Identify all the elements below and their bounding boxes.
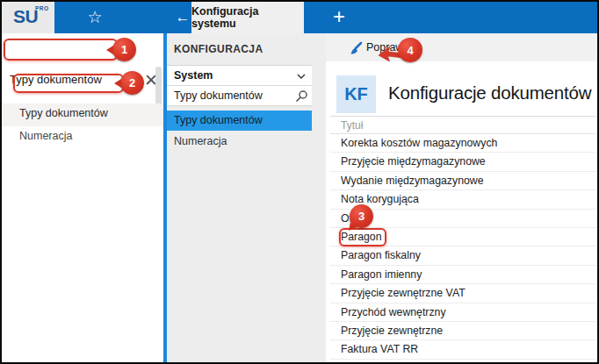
logo-text: SU <box>13 6 38 27</box>
edit-brush-icon[interactable] <box>349 41 363 55</box>
table-row[interactable]: Paragon fiskalny <box>330 246 595 265</box>
callout-box-2 <box>13 74 124 93</box>
callout-number: 4 <box>407 44 413 57</box>
section-dropdown-system[interactable]: System <box>167 66 312 86</box>
new-tab-plus-icon[interactable]: + <box>327 2 351 33</box>
menu-item-typy-dokumentow-selected[interactable]: Typy dokumentów <box>167 111 312 131</box>
app-logo[interactable]: SU PRO <box>2 2 54 33</box>
callout-box-paragon <box>339 228 386 246</box>
left-item-label: Typy dokumentów <box>19 107 108 119</box>
tab-label: Konfiguracja systemu <box>191 5 304 30</box>
konfiguracja-search-row[interactable]: Typy dokumentów <box>167 86 312 106</box>
menu-item-numeracja[interactable]: Numeracja <box>174 135 227 147</box>
chevron-down-icon[interactable] <box>295 70 307 82</box>
panel-title: KONFIGURACJA <box>174 43 263 55</box>
left-item-typy-dokumentow[interactable]: Typy dokumentów <box>2 103 163 126</box>
callout-circle-1: 1 <box>112 38 136 61</box>
left-item-label: Numeracja <box>19 130 72 142</box>
table-row[interactable]: Faktura VAT RR <box>330 340 595 359</box>
table-row[interactable]: Korekta kosztów magazynowych <box>330 134 595 153</box>
table-row[interactable]: Przyjęcie zewnętrzne <box>330 322 595 340</box>
konfiguracja-panel: KONFIGURACJA System Typy dokumentów Typy… <box>167 33 326 362</box>
konfiguracja-search-input[interactable]: Typy dokumentów <box>174 89 263 102</box>
table-row[interactable]: Przyjęcie zewnętrzne VAT <box>330 284 595 303</box>
callout-circle-3: 3 <box>350 204 373 228</box>
callout-number: 2 <box>129 76 135 89</box>
logo-pro-badge: PRO <box>35 5 49 11</box>
search-icon[interactable] <box>295 89 308 103</box>
callout-circle-4: 4 <box>398 38 422 62</box>
section-label: System <box>174 69 213 82</box>
menu-item-label: Typy dokumentów <box>174 114 263 126</box>
table-row[interactable]: Paragon imienny <box>330 266 595 284</box>
table-row[interactable]: Nota korygująca <box>330 190 595 209</box>
callout-circle-2: 2 <box>120 71 144 95</box>
entity-avatar: KF <box>336 75 376 113</box>
table-row[interactable]: Przychód wewnętrzny <box>330 303 595 322</box>
callout-number: 1 <box>121 43 127 56</box>
page-title: Konfiguracje dokumentów <box>388 82 591 103</box>
back-arrow-icon[interactable]: ← <box>172 7 193 28</box>
callout-number: 3 <box>358 210 364 223</box>
column-header-tytul[interactable]: Tytuł <box>330 116 595 134</box>
tab-konfiguracja-systemu[interactable]: Konfiguracja systemu <box>191 2 304 33</box>
table-row[interactable]: Wydanie międzymagazynowe <box>330 172 595 190</box>
favorite-star-icon[interactable]: ☆ <box>84 7 105 28</box>
left-item-numeracja[interactable]: Numeracja <box>2 126 163 147</box>
section-block: System Typy dokumentów <box>167 65 312 106</box>
document-toolbar: Popraw <box>326 33 597 61</box>
callout-box-1 <box>4 39 118 61</box>
app-window: SU PRO ☆ ← Konfiguracja systemu + Typy d… <box>0 0 599 364</box>
table-row[interactable]: Przyjęcie międzymagazynowe <box>330 153 595 171</box>
